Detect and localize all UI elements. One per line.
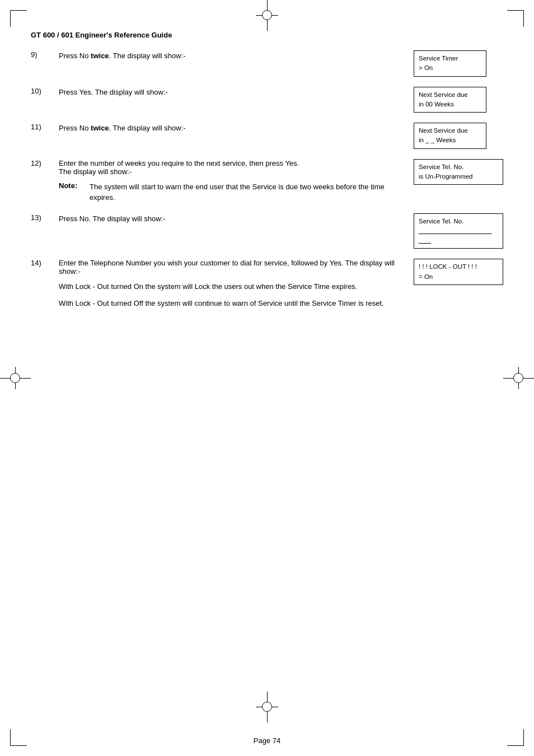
step-10-display: Next Service due in 00 Weeks [414,87,503,113]
step-14-display: ! ! ! LOCK - OUT ! ! ! = On [414,259,503,285]
step-11: 11) Press No twice. The display will sho… [31,123,503,149]
page-number: Page 74 [254,736,280,745]
step-12-number: 12) [31,159,59,167]
step-11-display: Next Service due in _ _ Weeks [414,123,503,149]
step-14-display-line1: ! ! ! LOCK - OUT ! ! ! [419,262,498,272]
page: GT 600 / 601 Engineer's Reference Guide … [0,0,534,756]
step-9-display-line1: Service Timer [419,54,481,63]
page-title: GT 600 / 601 Engineer's Reference Guide [31,31,503,39]
step-14-main-text: Enter the Telephone Number you wish your… [59,259,402,276]
step-13-display-line1: Service Tel. No. [419,217,498,226]
step-12-note-label: Note: [59,181,90,203]
step-10-number: 10) [31,87,59,95]
step-14-display-line2: = On [419,272,498,282]
step-9-bold: twice [91,52,109,60]
step-11-number: 11) [31,123,59,131]
step-10-display-line2: in 00 Weeks [419,100,481,109]
step-14: 14) Enter the Telephone Number you wish … [31,259,503,309]
step-9-number: 9) [31,50,59,59]
step-12-display: Service Tel. No. is Un-Programmed [414,159,503,185]
step-14-extra1: With Lock - Out turned On the system wil… [59,281,402,292]
step-14-number: 14) [31,259,59,267]
step-13-display-line2: _ _ _ _ _ _ _ _ _ _ _ _ [419,226,498,246]
step-10-display-line1: Next Service due [419,90,481,100]
step-13-display-box: Service Tel. No. _ _ _ _ _ _ _ _ _ _ _ _ [414,213,503,249]
step-9-display-line2: > On [419,63,481,73]
step-13-number: 13) [31,213,59,222]
crosshair-top [256,0,278,31]
step-14-display-box: ! ! ! LOCK - OUT ! ! ! = On [414,259,503,285]
step-10: 10) Press Yes. The display will show:- N… [31,87,503,113]
crosshair-right [503,367,534,389]
corner-mark-tl [10,10,27,27]
step-11-display-line1: Next Service due [419,126,481,136]
step-14-extra2: With Lock - Out turned Off the system wi… [59,298,402,309]
crosshair-left [0,367,31,389]
step-12-text-col: Enter the number of weeks you require to… [59,159,402,203]
step-10-text: Press Yes. The display will show:- [59,87,402,98]
step-12-note-text: The system will start to warn the end us… [90,181,402,203]
step-11-display-box: Next Service due in _ _ Weeks [414,123,486,149]
step-12-main-text: Enter the number of weeks you require to… [59,159,402,176]
content-area: GT 600 / 601 Engineer's Reference Guide … [31,31,503,706]
step-9-display: Service Timer > On [414,50,503,77]
step-12-display-box: Service Tel. No. is Un-Programmed [414,159,503,185]
page-footer: Page 74 [0,736,534,745]
step-11-bold: twice [91,124,109,132]
step-13-text: Press No. The display will show:- [59,213,402,225]
step-13: 13) Press No. The display will show:- Se… [31,213,503,249]
step-12-display-line2: is Un-Programmed [419,172,498,181]
corner-mark-tr [507,10,524,27]
step-10-display-box: Next Service due in 00 Weeks [414,87,486,113]
step-9-text: Press No twice. The display will show:- [59,50,402,62]
step-12-display-line1: Service Tel. No. [419,162,498,172]
step-13-display: Service Tel. No. _ _ _ _ _ _ _ _ _ _ _ _ [414,213,503,249]
step-9: 9) Press No twice. The display will show… [31,50,503,77]
step-12-note: Note: The system will start to warn the … [59,181,402,203]
step-9-display-box: Service Timer > On [414,50,486,77]
step-11-display-line2: in _ _ Weeks [419,136,481,145]
step-11-text: Press No twice. The display will show:- [59,123,402,134]
step-14-text-col: Enter the Telephone Number you wish your… [59,259,402,309]
step-12: 12) Enter the number of weeks you requir… [31,159,503,203]
